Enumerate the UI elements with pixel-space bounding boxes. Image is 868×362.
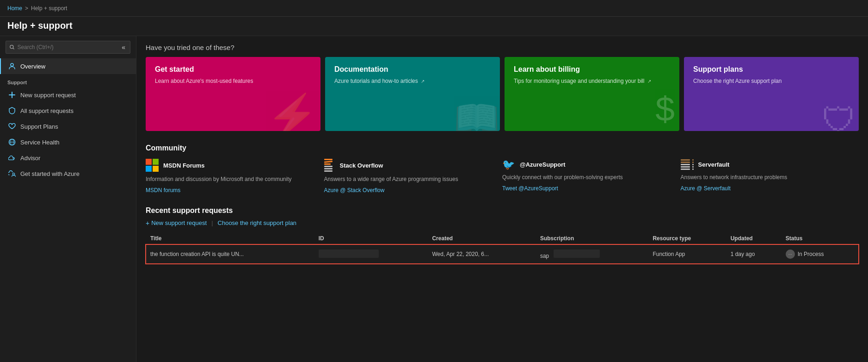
support-table: Title ID Created Subscription Resource t… [146,232,859,264]
breadcrumb: Home > Help + support [7,5,67,12]
feature-card-billing[interactable]: Learn about billing Tips for monitoring … [505,57,679,131]
recent-support-section: Recent support requests + New support re… [146,206,859,264]
collapse-sidebar-button[interactable]: « [121,44,126,51]
feature-card-documentation[interactable]: Documentation Azure tutorials and how-to… [325,57,500,131]
sidebar-item-label-service-health: Service Health [20,139,60,146]
ext-link-billing-icon: ↗ [647,78,651,85]
msdn-name: MSDN Forums [163,162,205,169]
sidebar: « Overview Support New support request [0,36,136,362]
serverfault-logo-icon [681,159,694,170]
search-input[interactable] [17,44,118,50]
cell-status: ··· In Process [781,244,859,264]
col-id: ID [314,232,428,245]
plus-small-icon: + [146,219,149,227]
choose-plan-button[interactable]: Choose the right support plan [218,219,297,226]
feature-card-get-started[interactable]: Get started Learn about Azure's most-use… [146,57,320,131]
support-section-label: Support [0,74,136,87]
table-body: the function creation API is quite UN...… [146,244,859,264]
lightning-deco-icon: ⚡ [266,92,318,131]
section-heading-cards: Have you tried one of these? [146,44,859,51]
card-support-desc: Choose the right Azure support plan [693,77,850,85]
sidebar-item-label-get-started: Get started with Azure [20,170,80,177]
col-status: Status [781,232,859,245]
sidebar-item-service-health[interactable]: Service Health [0,134,136,150]
table-header: Title ID Created Subscription Resource t… [146,232,859,245]
community-item-stackoverflow: Stack Overflow Answers to a wide range o… [324,159,503,193]
globe-icon [8,138,16,146]
azure-support-header: 🐦 @AzureSupport [502,159,671,170]
azure-support-name: @AzureSupport [520,161,566,168]
col-created: Created [427,232,535,245]
twitter-icon: 🐦 [502,159,515,170]
status-dot-icon: ··· [786,250,795,259]
recent-title: Recent support requests [146,206,859,215]
cell-subscription: sap [536,244,648,264]
serverfault-desc: Answers to network infrastructure proble… [681,174,850,181]
stackoverflow-name: Stack Overflow [340,162,383,169]
new-request-button[interactable]: + New support request [146,219,207,227]
sidebar-item-label-support-plans: Support Plans [20,123,58,130]
ext-link-icon: ↗ [421,78,425,85]
col-subscription: Subscription [536,232,648,245]
stackoverflow-icon [324,159,335,172]
feature-cards-row: Get started Learn about Azure's most-use… [146,57,859,131]
cell-id [314,244,428,264]
cloud-person-icon [8,170,16,177]
msdn-logo-icon [146,159,159,172]
svg-point-0 [10,45,13,49]
azure-support-desc: Quickly connect with our problem-solving… [502,174,671,181]
col-title: Title [146,232,314,245]
community-item-msdn: MSDN Forums Information and discussion b… [146,159,324,193]
sidebar-item-label-advisor: Advisor [20,155,40,162]
page-title-bar: Help + support [0,17,868,36]
page-title: Help + support [7,20,861,31]
sidebar-item-overview[interactable]: Overview [0,58,136,74]
col-updated: Updated [726,232,781,245]
status-label: In Process [798,251,824,257]
col-resource-type: Resource type [648,232,726,245]
svg-point-2 [11,63,13,66]
card-support-title: Support plans [693,65,850,74]
feature-card-support[interactable]: Support plans Choose the right Azure sup… [684,57,859,131]
breadcrumb-home[interactable]: Home [7,5,22,12]
msdn-header: MSDN Forums [146,159,315,172]
azure-support-link[interactable]: Tweet @AzureSupport [502,185,671,192]
msdn-link[interactable]: MSDN forums [146,187,315,193]
plus-icon [8,91,16,99]
main-content: Have you tried one of these? Get started… [136,36,868,362]
cell-created: Wed, Apr 22, 2020, 6... [427,244,535,264]
card-billing-desc: Tips for monitoring usage and understand… [514,77,670,85]
book-deco-icon: 📖 [454,97,500,131]
sidebar-item-support-plans[interactable]: Support Plans [0,119,136,134]
sidebar-item-label-new-support: New support request [20,92,76,99]
sidebar-item-label-all-support: All support requests [20,107,74,114]
sidebar-item-new-support[interactable]: New support request [0,87,136,103]
stackoverflow-link[interactable]: Azure @ Stack Overflow [324,187,493,193]
pipe-divider: | [211,219,213,226]
sidebar-item-advisor[interactable]: Advisor [0,150,136,166]
stackoverflow-desc: Answers to a wide range of Azure program… [324,175,493,183]
cell-updated: 1 day ago [726,244,781,264]
top-bar: Home > Help + support [0,0,868,17]
table-row[interactable]: the function creation API is quite UN...… [146,244,859,264]
id-redacted-block [319,250,379,258]
support-deco-icon: 🛡 [822,100,856,131]
heart-icon [8,123,16,130]
sidebar-item-all-support[interactable]: All support requests [0,103,136,119]
community-section: Community MSDN Forums [146,144,859,193]
msdn-desc: Information and discussion by Microsoft … [146,175,315,183]
search-icon [10,44,14,50]
shield-icon [8,107,16,114]
search-box[interactable]: « [6,41,130,54]
community-grid: MSDN Forums Information and discussion b… [146,159,859,193]
sidebar-item-get-started[interactable]: Get started with Azure [0,166,136,181]
cloud-icon [8,154,16,162]
card-get-started-title: Get started [155,65,311,74]
card-get-started-desc: Learn about Azure's most-used features [155,77,311,85]
breadcrumb-sep: > [25,5,28,12]
card-documentation-desc: Azure tutorials and how-to articles ↗ [334,77,491,85]
status-dot-inner: ··· [788,252,792,257]
serverfault-link[interactable]: Azure @ Serverfault [681,185,850,192]
serverfault-name: Serverfault [698,161,730,168]
card-billing-title: Learn about billing [514,65,670,74]
